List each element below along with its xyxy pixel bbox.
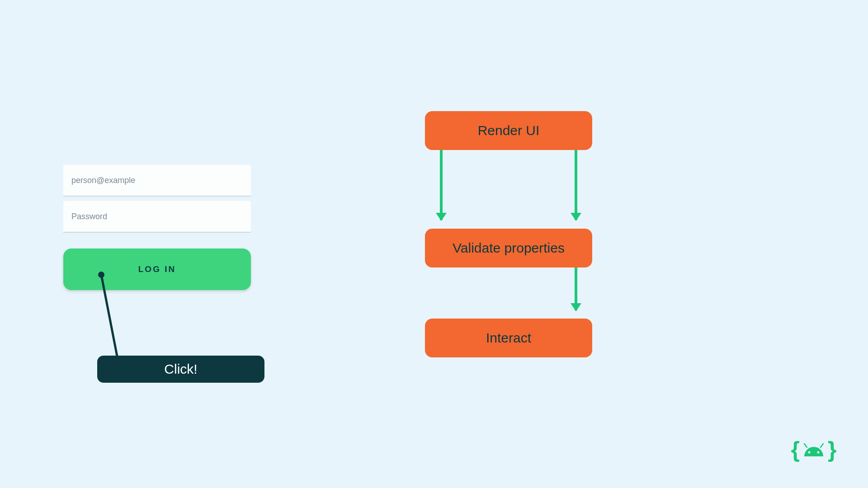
svg-line-4 <box>821 444 823 447</box>
flow-step-label: Interact <box>486 330 531 346</box>
flow-gap-2 <box>425 267 592 319</box>
callout-anchor-dot <box>98 272 104 278</box>
arrow-down-icon <box>440 150 443 220</box>
svg-line-3 <box>804 444 807 447</box>
flow-step-interact: Interact <box>425 319 592 357</box>
flow-step-render: Render UI <box>425 111 592 150</box>
email-field[interactable] <box>63 165 251 197</box>
password-field[interactable] <box>63 201 251 233</box>
arrow-down-icon <box>575 150 577 220</box>
flow-diagram: Render UI Validate properties Interact <box>425 111 592 357</box>
flow-step-validate: Validate properties <box>425 229 592 267</box>
svg-point-2 <box>817 451 820 454</box>
android-logo: { } <box>787 438 841 461</box>
arrow-down-icon <box>575 267 577 310</box>
flow-step-label: Validate properties <box>453 240 565 256</box>
login-button[interactable]: LOG IN <box>63 249 251 290</box>
click-callout: Click! <box>97 356 264 383</box>
android-icon <box>802 443 826 456</box>
login-form: LOG IN <box>63 165 251 290</box>
flow-gap-1 <box>425 150 592 229</box>
brace-close-icon: } <box>828 436 836 463</box>
brace-open-icon: { <box>791 436 800 463</box>
flow-step-label: Render UI <box>478 123 540 138</box>
callout-label: Click! <box>164 361 197 377</box>
svg-point-1 <box>808 451 811 454</box>
